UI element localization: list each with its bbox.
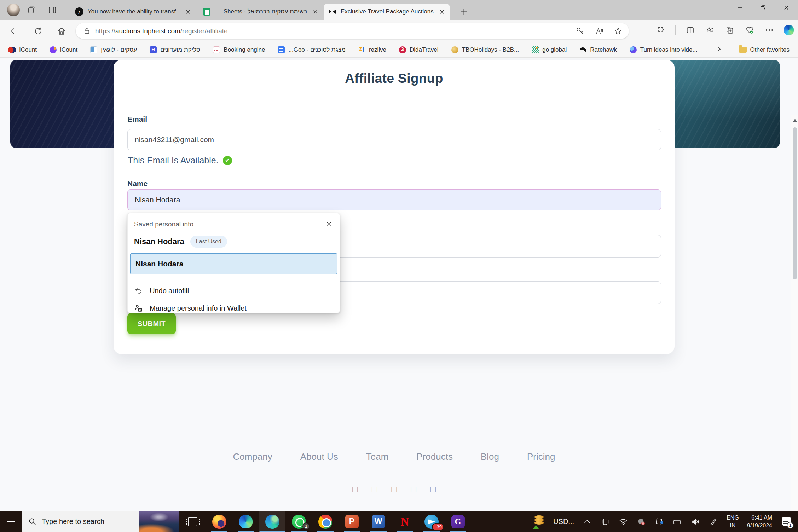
tray-language-indicator[interactable]: ENGIN xyxy=(727,514,739,529)
extensions-icon[interactable] xyxy=(655,25,666,35)
footer-link-blog[interactable]: Blog xyxy=(481,451,499,462)
last-used-badge: Last Used xyxy=(190,236,227,248)
collections-icon[interactable] xyxy=(705,25,715,35)
social-icon-placeholder[interactable]: □ xyxy=(411,484,416,495)
bookmark-icount1[interactable]: ICount xyxy=(8,46,37,53)
rezlive-icon xyxy=(358,46,365,53)
name-field[interactable] xyxy=(127,189,661,210)
footer-link-pricing[interactable]: Pricing xyxy=(527,451,555,462)
taskbar-chrome[interactable] xyxy=(312,511,339,532)
start-button[interactable] xyxy=(0,511,22,532)
undo-autofill-item[interactable]: Undo autofill xyxy=(128,282,340,300)
tray-device-icon[interactable] xyxy=(600,515,610,529)
email-field[interactable] xyxy=(127,129,661,150)
refresh-icon[interactable] xyxy=(33,25,44,37)
tray-battery-icon[interactable] xyxy=(672,515,682,529)
split-screen-icon[interactable] xyxy=(685,25,695,35)
taskbar-search[interactable]: Type here to search xyxy=(22,511,179,532)
task-view-button[interactable] xyxy=(179,511,206,532)
restore-button[interactable] xyxy=(751,0,775,16)
password-key-icon[interactable] xyxy=(574,26,585,36)
tab-tiktok[interactable]: You now have the ability to transf xyxy=(71,4,196,20)
scroll-up-icon[interactable] xyxy=(791,116,798,125)
google-sheets-icon xyxy=(202,7,211,16)
tray-rotation-lock-icon[interactable] xyxy=(654,515,664,529)
bookmark-rezlive[interactable]: rezlive xyxy=(358,46,386,53)
tab-sheets[interactable]: רשימת עסקים בכרמיאל - Google Sheets xyxy=(198,4,323,20)
scrollbar-thumb[interactable] xyxy=(793,127,797,279)
bing-daily-image[interactable] xyxy=(139,511,179,532)
footer-link-products[interactable]: Products xyxy=(416,451,453,462)
autofill-suggestion-highlighted[interactable]: Nisan Hodara xyxy=(130,253,337,274)
social-icon-placeholder[interactable]: □ xyxy=(352,484,358,495)
page-scrollbar[interactable] xyxy=(791,115,798,511)
bookmark-goglobal[interactable]: go global xyxy=(532,46,567,53)
bookmark-didatravel[interactable]: DidaTravel xyxy=(399,46,439,53)
tray-chevron-up-icon[interactable] xyxy=(582,515,592,529)
icount-purple-icon xyxy=(50,46,57,53)
tray-sync-error-icon[interactable] xyxy=(636,515,646,529)
bookmarks-overflow-chevron[interactable] xyxy=(717,47,722,53)
bookmark-booking-engine[interactable]: Booking engine xyxy=(213,46,265,53)
tab-close-icon[interactable] xyxy=(184,8,192,16)
workspaces-icon[interactable] xyxy=(27,5,37,15)
taskbar-copilot[interactable] xyxy=(232,511,259,532)
settings-more-icon[interactable] xyxy=(764,25,775,35)
address-bar[interactable]: https://auctions.tripheist.com/register/… xyxy=(76,23,629,39)
social-icon-placeholder[interactable]: □ xyxy=(372,484,377,495)
bookmark-business-login[interactable]: עסקים - לוגאין xyxy=(90,46,137,53)
icount-red-icon xyxy=(8,46,16,53)
copilot-icon[interactable] xyxy=(784,25,794,35)
tab-close-icon[interactable] xyxy=(438,8,446,16)
minimize-button[interactable] xyxy=(728,0,751,16)
footer-link-company[interactable]: Company xyxy=(233,451,272,462)
bookmark-ratehawk[interactable]: Ratehawk xyxy=(579,46,617,53)
home-icon[interactable] xyxy=(56,25,67,37)
footer-link-about[interactable]: About Us xyxy=(300,451,338,462)
bookmark-tboholidays[interactable]: TBOHolidays - B2B... xyxy=(451,46,519,53)
autofill-entry[interactable]: Nisan Hodara Last Used xyxy=(128,231,340,251)
taskbar-glassix[interactable] xyxy=(445,511,471,532)
taskbar-whatsapp[interactable]: 1 xyxy=(285,511,312,532)
read-aloud-icon[interactable] xyxy=(594,26,604,36)
folder-icon xyxy=(739,47,747,53)
social-icon-placeholder[interactable]: □ xyxy=(391,484,397,495)
taskbar-word[interactable] xyxy=(365,511,392,532)
new-tab-button[interactable] xyxy=(458,6,469,17)
profile-avatar[interactable] xyxy=(7,4,20,16)
taskbar-firefox[interactable] xyxy=(206,511,232,532)
document-icon xyxy=(90,46,97,53)
windows-taskbar: Type here to search 1 ..39 USD... ENGIN … xyxy=(0,511,798,532)
tray-pen-icon[interactable] xyxy=(709,515,718,529)
bookmark-agent-presentation[interactable]: מצגת לסוכנים - Goo... xyxy=(278,46,345,53)
notification-center-icon[interactable]: 1 xyxy=(780,515,792,529)
close-button[interactable] xyxy=(775,0,798,16)
taskbar-powerpoint[interactable] xyxy=(339,511,365,532)
bookmark-clipchamp[interactable]: Turn ideas into vide... xyxy=(630,46,698,53)
bookmark-icount2[interactable]: iCount xyxy=(50,46,77,53)
tab-close-icon[interactable] xyxy=(311,8,319,16)
tab-actions-icon[interactable] xyxy=(47,5,57,15)
social-icon-placeholder[interactable]: □ xyxy=(430,484,436,495)
system-tray: USD... ENGIN 6:41 AM9/19/2024 1 xyxy=(533,514,798,529)
email-label: Email xyxy=(127,115,147,123)
manage-wallet-item[interactable]: Manage personal info in Wallet xyxy=(128,300,340,317)
tab-travel-auctions-active[interactable]: Exclusive Travel Package Auctions xyxy=(324,4,450,20)
currency-tracker-icon[interactable] xyxy=(533,515,545,529)
footer-link-team[interactable]: Team xyxy=(366,451,389,462)
browser-essentials-icon[interactable] xyxy=(744,25,755,35)
tray-wifi-icon[interactable] xyxy=(618,515,628,529)
bookmark-club-billing[interactable]: סליקת מועדונים xyxy=(150,46,200,53)
firefox-icon xyxy=(212,515,226,529)
favorite-star-icon[interactable] xyxy=(613,26,623,36)
autofill-close-icon[interactable] xyxy=(324,219,334,229)
add-to-collection-icon[interactable] xyxy=(724,25,735,35)
back-icon[interactable] xyxy=(8,25,20,37)
taskbar-edge-active[interactable] xyxy=(259,511,285,532)
taskbar-netflix[interactable] xyxy=(392,511,418,532)
tray-clock[interactable]: 6:41 AM9/19/2024 xyxy=(747,514,772,529)
other-favorites[interactable]: Other favorites xyxy=(739,46,790,53)
tray-currency-label[interactable]: USD... xyxy=(553,517,574,526)
taskbar-telegram[interactable]: ..39 xyxy=(418,511,445,532)
tray-volume-icon[interactable] xyxy=(690,515,700,529)
